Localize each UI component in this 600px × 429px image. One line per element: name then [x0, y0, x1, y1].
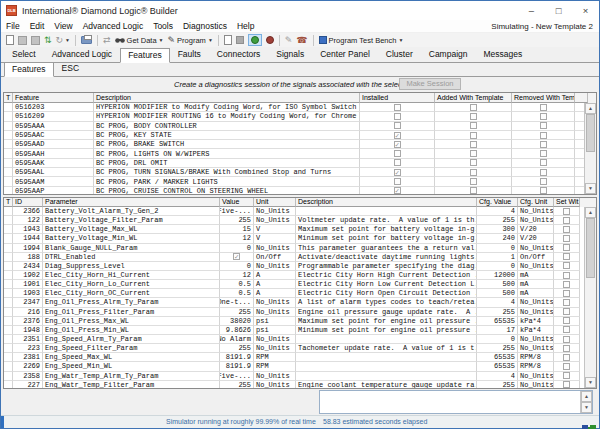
parameter-row[interactable]: 2434Diag_Suppress_Level0No_UnitsProgramm… [4, 262, 596, 271]
features-header-description[interactable]: Description [94, 93, 360, 103]
tab-features[interactable]: Features [120, 48, 170, 63]
value-checkbox[interactable]: ✓ [233, 253, 240, 260]
added-checkbox[interactable] [470, 113, 477, 120]
edit-tool-button[interactable]: ✎ [283, 34, 295, 47]
feature-row[interactable]: 0595AAKBC PROG, DRL OMIT [4, 159, 596, 168]
stop-button[interactable] [234, 34, 246, 47]
scroll-down-icon[interactable]: ▼ [585, 183, 596, 194]
menu-item-edit[interactable]: Edit [25, 21, 50, 31]
feature-row[interactable]: 0595AAABC PROG, BODY CONTROLLER [4, 122, 596, 131]
set-with-checkbox[interactable] [563, 317, 570, 324]
scrollbar-thumb[interactable] [586, 114, 595, 152]
set-with-checkbox[interactable] [563, 253, 570, 260]
added-checkbox[interactable] [470, 169, 477, 176]
set-with-checkbox[interactable] [563, 372, 570, 379]
stop-simulation-button[interactable] [264, 34, 276, 47]
parameter-row[interactable]: 2376Eng_Oil_Press_Max_WL38020psiMaximum … [4, 317, 596, 326]
set-with-checkbox[interactable] [563, 208, 570, 215]
parameter-row[interactable]: 1944Battery_Voltage_Min_WL12VMinimum set… [4, 234, 596, 243]
parameter-row[interactable]: 1901Elec_City_Horn_Lo_Current0.5AElectri… [4, 280, 596, 289]
parameter-row[interactable]: 1903Elec_City_Horn_OC_Current0.5AElectri… [4, 289, 596, 298]
installed-checkbox[interactable] [394, 159, 401, 166]
removed-checkbox[interactable] [540, 159, 547, 166]
scroll-up-icon[interactable]: ▲ [581, 391, 592, 402]
compare-button[interactable]: ⇄ [101, 34, 113, 47]
removed-checkbox[interactable] [540, 178, 547, 185]
scroll-up-icon[interactable]: ▲ [585, 207, 596, 218]
parameter-row[interactable]: 1943Battery_Voltage_Max_WL15VMaximum set… [4, 225, 596, 234]
added-checkbox[interactable] [470, 141, 477, 148]
removed-checkbox[interactable] [540, 150, 547, 157]
program-test-bench-button[interactable]: Program Test Bench▼ [317, 34, 406, 47]
parameters-header-cfg_unit[interactable]: Cfg. Unit [518, 198, 554, 207]
report-button[interactable] [222, 34, 234, 47]
removed-checkbox[interactable] [540, 169, 547, 176]
minimize-button[interactable]: – [518, 1, 545, 20]
set-with-checkbox[interactable] [563, 299, 570, 306]
removed-checkbox[interactable] [540, 104, 547, 111]
features-header-feature[interactable]: Feature [13, 93, 94, 103]
parameters-header-id[interactable]: ID [13, 198, 43, 207]
tab-select[interactable]: Select [4, 47, 44, 62]
removed-checkbox[interactable] [540, 113, 547, 120]
set-with-checkbox[interactable] [563, 244, 570, 251]
handset-button[interactable]: ☎ [294, 34, 309, 47]
menu-item-tools[interactable]: Tools [148, 21, 178, 31]
parameter-row[interactable]: 2269Eng_Speed_Min_WL8191.9RPM65535RPM/8 [4, 362, 596, 371]
added-checkbox[interactable] [470, 150, 477, 157]
feature-row[interactable]: 0595AACBC PROG, KEY STATE✓ [4, 131, 596, 140]
refresh-dropdown-button[interactable]: ↻▼ [54, 34, 73, 47]
set-with-checkbox[interactable] [563, 262, 570, 269]
features-header-added[interactable]: Added With Template [435, 93, 512, 103]
parameter-row[interactable]: 2358Eng_Watr_Temp_Alrm_Ty_ParamFive-...N… [4, 372, 596, 381]
features-table-scrollbar[interactable]: ▲ ▼ [584, 103, 596, 194]
feature-row[interactable]: 0595AAMBC PROG, PARK / MARKER LIGHTS [4, 177, 596, 186]
scroll-down-icon[interactable]: ▼ [581, 402, 592, 413]
parameter-row[interactable]: 2347Eng_Oil_Press_Alrm_Ty_ParamOne-t...N… [4, 298, 596, 307]
new-document-button[interactable] [4, 34, 16, 47]
print-button[interactable] [79, 34, 94, 47]
parameters-header-t[interactable]: T [4, 198, 13, 207]
removed-checkbox[interactable] [540, 122, 547, 129]
maximize-button[interactable]: □ [545, 1, 572, 20]
make-session-button[interactable]: Make Session [399, 78, 461, 90]
set-with-checkbox[interactable] [563, 363, 570, 370]
installed-checkbox[interactable] [394, 122, 401, 129]
parameters-header-unit[interactable]: Unit [254, 198, 296, 207]
menu-item-file[interactable]: File [1, 21, 25, 31]
parameter-row[interactable]: 188DTRL_Enabled✓On/OffActivate/deactivat… [4, 253, 596, 262]
tab-advanced-logic[interactable]: Advanced Logic [44, 47, 121, 62]
added-checkbox[interactable] [470, 159, 477, 166]
parameter-row[interactable]: 223Eng_Speed_Filter_Param255No_UnitsTach… [4, 344, 596, 353]
set-with-checkbox[interactable] [563, 281, 570, 288]
feature-row[interactable]: 0516203HYPERION MODIFIER to Modify Codin… [4, 103, 596, 112]
installed-checkbox[interactable]: ✓ [394, 187, 401, 194]
feature-row[interactable]: 0595AALBC PROG, TURN SIGNALS/BRAKE With … [4, 168, 596, 177]
tab-cluster[interactable]: Cluster [378, 47, 421, 62]
set-with-checkbox[interactable] [563, 326, 570, 333]
installed-checkbox[interactable] [394, 113, 401, 120]
parameters-table-scrollbar[interactable]: ▲ ▼ [584, 207, 596, 388]
removed-checkbox[interactable] [540, 132, 547, 139]
tab-campaign[interactable]: Campaign [421, 47, 476, 62]
menu-item-diagnostics[interactable]: Diagnostics [178, 21, 232, 31]
installed-checkbox[interactable] [394, 178, 401, 185]
features-header-installed[interactable]: Installed [360, 93, 435, 103]
set-with-checkbox[interactable] [563, 235, 570, 242]
installed-checkbox[interactable] [394, 104, 401, 111]
removed-checkbox[interactable] [540, 141, 547, 148]
feature-row[interactable]: 0595AAHBC PROG, LIGHTS ON W/WIPERS [4, 149, 596, 158]
menu-item-help[interactable]: Help [232, 21, 259, 31]
parameters-header-set_wit[interactable]: Set Wit... [554, 198, 580, 207]
parameters-header-description[interactable]: Description [296, 198, 477, 207]
scrollbar-thumb[interactable] [586, 218, 595, 278]
menu-item-view[interactable]: View [49, 21, 77, 31]
installed-checkbox[interactable]: ✓ [394, 169, 401, 176]
parameter-row[interactable]: 2381Eng_Speed_Max_WL8191.9RPM65535RPM/8 [4, 353, 596, 362]
tab-messages[interactable]: Messages [476, 47, 531, 62]
parameter-row[interactable]: 227Eng_Watr_Temp_Filter_Param255No_Units… [4, 381, 596, 389]
subtab-features[interactable]: Features [4, 62, 54, 77]
added-checkbox[interactable] [470, 104, 477, 111]
feature-row[interactable]: 0595AAPBC PROG, CRUISE CONTROL ON STEERI… [4, 187, 596, 195]
get-data-button[interactable]: Get Data▼ [113, 34, 166, 47]
